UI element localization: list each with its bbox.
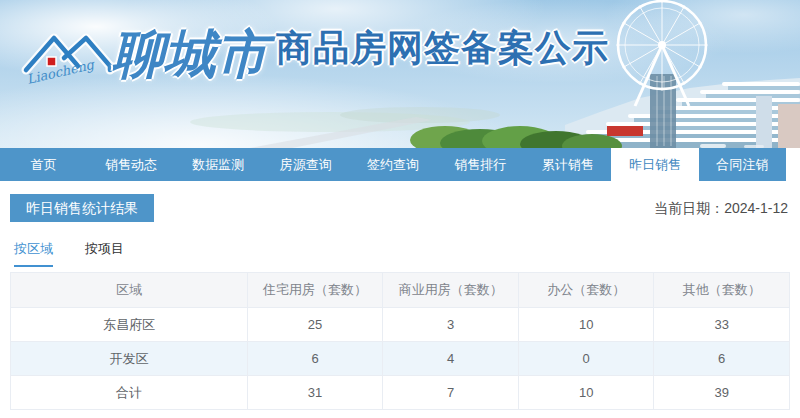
nav-item-sales-ranking[interactable]: 销售排行 [437, 148, 524, 181]
col-header-office: 办公（套数） [518, 273, 654, 308]
col-header-residential: 住宅用房（套数） [247, 273, 383, 308]
banner: Liaocheng 聊城市 商品房网签备案公示 [0, 0, 800, 148]
tab-by-project[interactable]: 按项目 [85, 240, 124, 267]
site-brand: 聊城市 商品房网签备案公示 [112, 24, 609, 78]
nav-bar: 首页 销售动态 数据监测 房源查询 签约查询 销售排行 累计销售 昨日销售 合同… [0, 148, 786, 181]
cell-region: 合计 [11, 376, 248, 410]
building-sign [607, 126, 643, 136]
nav-item-signing-search[interactable]: 签约查询 [349, 148, 436, 181]
nav-item-yesterday-sales[interactable]: 昨日销售 [611, 148, 698, 181]
table-row-total: 合计 31 7 10 39 [11, 376, 790, 410]
table-row: 开发区 6 4 0 6 [11, 342, 790, 376]
cell-other: 39 [654, 376, 790, 410]
sales-table: 区域 住宅用房（套数） 商业用房（套数） 办公（套数） 其他（套数） 东昌府区 … [10, 272, 790, 410]
table-row: 东昌府区 25 3 10 33 [11, 308, 790, 342]
page: Liaocheng 聊城市 商品房网签备案公示 首页 销售动态 数据监测 房源查… [0, 0, 800, 418]
col-header-other: 其他（套数） [654, 273, 790, 308]
nav-item-home[interactable]: 首页 [0, 148, 87, 181]
current-date: 当前日期：2024-1-12 [654, 200, 788, 218]
nav-item-contract-cancellation[interactable]: 合同注销 [699, 148, 786, 181]
section-title: 昨日销售统计结果 [10, 194, 154, 222]
nav-item-data-monitoring[interactable]: 数据监测 [175, 148, 262, 181]
cell-commercial: 3 [383, 308, 519, 342]
col-header-region: 区域 [11, 273, 248, 308]
cell-office: 0 [518, 342, 654, 376]
cell-office: 10 [518, 376, 654, 410]
cell-residential: 6 [247, 342, 383, 376]
cell-residential: 31 [247, 376, 383, 410]
brand-calligraphy: 聊城市 [112, 29, 268, 78]
tab-by-region[interactable]: 按区域 [14, 240, 53, 267]
nav-item-listing-search[interactable]: 房源查询 [262, 148, 349, 181]
col-header-commercial: 商业用房（套数） [383, 273, 519, 308]
cell-residential: 25 [247, 308, 383, 342]
cell-region: 开发区 [11, 342, 248, 376]
brand-title: 商品房网签备案公示 [276, 24, 609, 78]
cell-office: 10 [518, 308, 654, 342]
cell-other: 6 [654, 342, 790, 376]
view-tabs: 按区域 按项目 [14, 240, 124, 267]
nav-item-sales-dynamics[interactable]: 销售动态 [87, 148, 174, 181]
cell-commercial: 4 [383, 342, 519, 376]
cell-region: 东昌府区 [11, 308, 248, 342]
table-header-row: 区域 住宅用房（套数） 商业用房（套数） 办公（套数） 其他（套数） [11, 273, 790, 308]
cell-commercial: 7 [383, 376, 519, 410]
nav-item-cumulative-sales[interactable]: 累计销售 [524, 148, 611, 181]
cell-other: 33 [654, 308, 790, 342]
